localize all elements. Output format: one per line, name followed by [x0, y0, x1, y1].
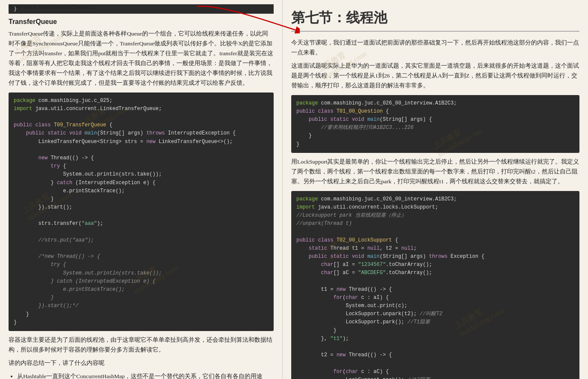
summary-title2: 讲的内容总结一下，讲了什么内容呢	[9, 358, 274, 368]
summary-text: 容器这章主要还是为了后面的线程池，由于这章呢它不单单牵扯到高并发，还会牵扯到算法…	[9, 335, 274, 355]
delayqueue-text: DelayQueue SynchronousQ TransferQ	[9, 3, 95, 10]
arrow-area: 第七节：线程池	[291, 9, 579, 32]
delayqueue-item: DelayQueue SynchronousQ TransferQ	[9, 3, 95, 10]
red-arrow-svg	[188, 2, 300, 36]
transferqueue-desc: TransferQueue传递，实际上是前面这各种各样Queue的一个组合，它可…	[9, 29, 274, 88]
intro-2: 这道面试题呢实际上是华为的一道面试题，其实它里面是一道填空题，后来就很多的开始考…	[291, 61, 579, 91]
left-panel: 上兵教育mashibing.com 上兵教育mashibing.com 上兵教育…	[0, 0, 283, 379]
locksupport-desc: 用LockSupport其实是最简单的，你让一个线程输出完之后停止，然后让另外一…	[291, 157, 579, 187]
code-block-2: package com.mashibing.juc.c_026_00_inter…	[291, 95, 579, 153]
bullet-item-1: 从Hashtable一直到这个ConcurrentHashMap，这些不是一个替…	[17, 372, 274, 379]
intro-1: 今天这节课呢，我们通过一道面试把前面讲的那些基础复习一下，然后再开始线程池这部分…	[291, 38, 579, 58]
code-block-3: package com.mashibing.juc.c_026_00_inter…	[291, 191, 579, 379]
bullet-list: 从Hashtable一直到这个ConcurrentHashMap，这些不是一个替…	[17, 372, 274, 379]
right-panel: 上兵教育mashibing.com 上兵教育mashibing.com 上兵教育…	[283, 0, 588, 379]
code-block-1: package com.mashibing.juc.c_025; import …	[9, 93, 274, 331]
section-title: 第七节：线程池	[291, 9, 579, 32]
